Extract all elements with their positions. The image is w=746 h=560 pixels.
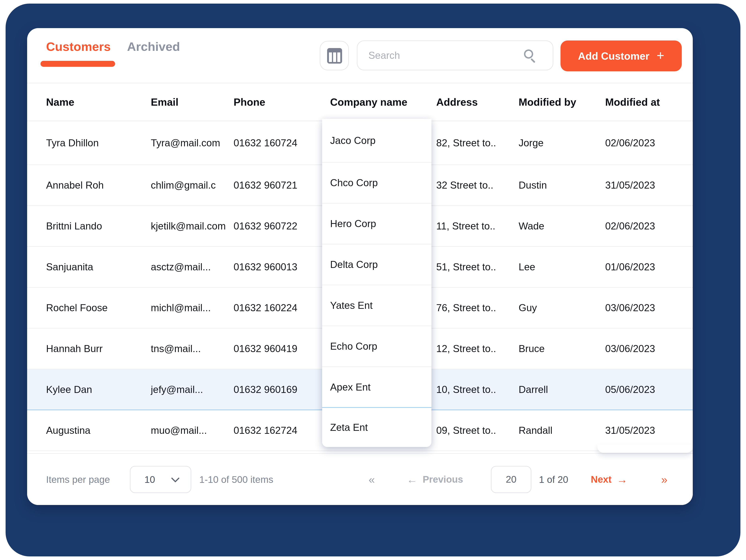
search-box [357, 40, 553, 70]
cell-modified-at: 02/06/2023 [605, 121, 655, 165]
cell-company[interactable]: Jaco Corp [322, 119, 431, 163]
active-tab-indicator [40, 61, 115, 67]
page-status-text: 1 of 20 [539, 474, 568, 485]
first-page-button[interactable]: « [369, 473, 375, 486]
cell-modified-by: Dustin [519, 165, 547, 205]
cell-modified-by: Darrell [519, 370, 548, 410]
cell-company[interactable]: Echo Corp [322, 326, 431, 367]
add-customer-label: Add Customer [578, 50, 650, 62]
cell-company[interactable]: Zeta Ent [322, 408, 431, 447]
next-label: Next [591, 474, 611, 485]
cell-name: Annabel Roh [46, 165, 104, 205]
table-header: Name Email Phone Company name Address Mo… [27, 83, 693, 121]
cell-modified-by: Lee [519, 247, 535, 287]
cell-company[interactable]: Delta Corp [322, 244, 431, 285]
cell-modified-at: 02/06/2023 [605, 206, 655, 246]
column-header-modified-by[interactable]: Modified by [519, 83, 576, 121]
cell-address: 32 Street to.. [436, 165, 493, 205]
customers-panel: Customers Archived Add Customer + Name E… [27, 28, 693, 505]
column-header-name[interactable]: Name [46, 83, 75, 121]
add-customer-button[interactable]: Add Customer + [561, 40, 682, 71]
next-page-button[interactable]: Next → [591, 473, 628, 485]
previous-label: Previous [423, 474, 463, 485]
cell-address: 11, Street to.. [436, 206, 495, 246]
cell-phone: 01632 160724 [234, 121, 297, 165]
column-header-company[interactable]: Company name [330, 83, 407, 121]
cell-modified-at: 03/06/2023 [605, 288, 655, 328]
items-per-page-label: Items per page [46, 474, 110, 485]
search-icon [524, 50, 533, 59]
cell-address: 76, Street to.. [436, 288, 496, 328]
cell-email: michl@mail... [151, 288, 211, 328]
previous-page-button[interactable]: ← Previous [407, 473, 463, 485]
tab-customers[interactable]: Customers [46, 40, 111, 54]
cell-phone: 01632 960419 [234, 328, 297, 369]
last-page-button[interactable]: » [661, 473, 667, 486]
cell-phone: 01632 960169 [234, 370, 297, 410]
column-header-phone[interactable]: Phone [234, 83, 265, 121]
items-range-text: 1-10 of 500 items [199, 474, 273, 485]
cell-modified-at: 05/06/2023 [605, 370, 655, 410]
cell-address: 09, Street to.. [436, 410, 496, 450]
cell-name: Sanjuanita [46, 247, 93, 287]
cell-email: jefy@mail... [151, 370, 203, 410]
toolbar: Customers Archived Add Customer + [27, 28, 693, 83]
cell-name: Brittni Lando [46, 206, 102, 246]
arrow-right-icon: → [617, 473, 628, 485]
cell-modified-by: Guy [519, 288, 537, 328]
cell-name: Tyra Dhillon [46, 121, 99, 165]
dragged-company-column[interactable]: Jaco Corp Chco Corp Hero Corp Delta Corp… [322, 119, 431, 447]
cell-name: Hannah Burr [46, 328, 103, 369]
cell-address: 10, Street to.. [436, 370, 496, 410]
tab-archived[interactable]: Archived [127, 40, 180, 54]
cell-email: muo@mail... [151, 410, 207, 450]
cell-name: Kylee Dan [46, 370, 92, 410]
cell-address: 82, Street to.. [436, 121, 496, 165]
cell-email: kjetilk@mail.com [151, 206, 226, 246]
cell-name: Augustina [46, 410, 90, 450]
plus-icon: + [657, 48, 664, 63]
cell-modified-at: 03/06/2023 [605, 328, 655, 369]
arrow-left-icon: ← [407, 473, 418, 485]
pagination-bar: Items per page 10 1-10 of 500 items « ← … [27, 453, 693, 505]
cell-address: 12, Street to.. [436, 328, 496, 369]
table-columns-icon [327, 48, 342, 64]
column-header-address[interactable]: Address [436, 83, 478, 121]
cell-phone: 01632 960013 [234, 247, 297, 287]
cell-email: Tyra@mail.com [151, 121, 220, 165]
cell-email: asctz@mail... [151, 247, 211, 287]
cell-name: Rochel Foose [46, 288, 108, 328]
cell-modified-at: 31/05/2023 [605, 165, 655, 205]
cell-modified-by: Jorge [519, 121, 544, 165]
elevated-panel-corner [597, 444, 693, 453]
page-number-input[interactable] [491, 466, 532, 493]
cell-email: chlim@gmail.c [151, 165, 216, 205]
cell-modified-by: Wade [519, 206, 544, 246]
items-per-page-select[interactable]: 10 [130, 466, 191, 493]
search-input[interactable] [368, 41, 524, 70]
cell-company[interactable]: Apex Ent [322, 367, 431, 408]
cell-modified-at: 01/06/2023 [605, 247, 655, 287]
items-per-page-value: 10 [144, 474, 155, 485]
column-header-email[interactable]: Email [151, 83, 178, 121]
cell-phone: 01632 960722 [234, 206, 297, 246]
screenshot-root: Customers Archived Add Customer + Name E… [0, 0, 746, 560]
cell-phone: 01632 162724 [234, 410, 297, 450]
column-header-modified-at[interactable]: Modified at [605, 83, 660, 121]
cell-phone: 01632 160224 [234, 288, 297, 328]
cell-modified-by: Randall [519, 410, 552, 450]
cell-company[interactable]: Yates Ent [322, 285, 431, 326]
cell-company[interactable]: Hero Corp [322, 204, 431, 244]
cell-email: tns@mail... [151, 328, 201, 369]
cell-phone: 01632 960721 [234, 165, 297, 205]
cell-address: 51, Street to.. [436, 247, 496, 287]
chevron-down-icon [171, 474, 179, 482]
cell-company[interactable]: Chco Corp [322, 163, 431, 204]
cell-modified-by: Bruce [519, 328, 545, 369]
column-settings-button[interactable] [320, 41, 349, 70]
